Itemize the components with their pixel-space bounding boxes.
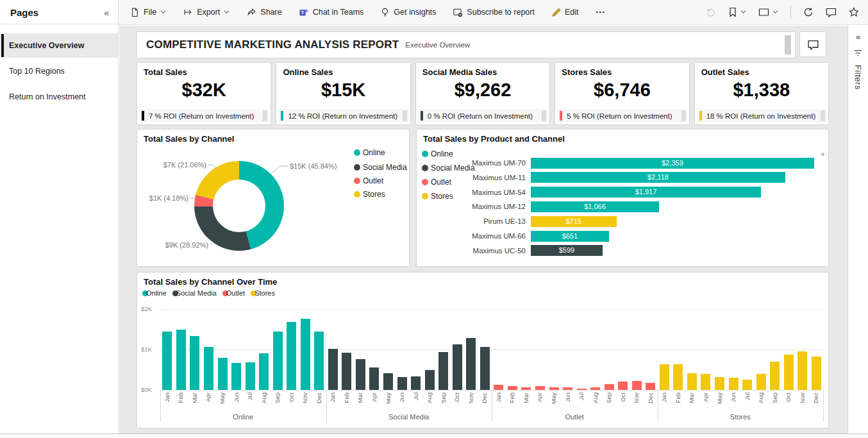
column-bar[interactable] — [687, 373, 697, 390]
column-bar[interactable] — [508, 386, 517, 390]
column-bar[interactable] — [701, 374, 710, 390]
expand-filters-icon[interactable]: « — [856, 32, 860, 42]
donut-chart[interactable] — [194, 161, 284, 251]
subscribe-button[interactable]: Subscribe to report — [453, 8, 535, 17]
sidebar-item-executive-overview[interactable]: Executive Overview — [0, 33, 118, 58]
column-bar[interactable] — [287, 322, 296, 391]
column-bar[interactable] — [411, 376, 421, 390]
column-bar[interactable] — [231, 363, 241, 390]
legend-item-online[interactable]: Online — [354, 148, 385, 157]
edit-button[interactable]: Edit — [551, 8, 579, 17]
legend-item-stores[interactable]: Stores — [422, 192, 453, 201]
kpi-scrollbar-thumb[interactable] — [403, 110, 407, 121]
more-options-button[interactable]: ⋯ — [596, 6, 606, 18]
kpi-card[interactable]: Social Media Sales $9,262 0 % ROI (Retur… — [416, 63, 549, 124]
chat-in-teams-button[interactable]: T Chat in Teams — [299, 8, 364, 17]
column-bar[interactable] — [632, 381, 642, 390]
file-menu-button[interactable]: File — [130, 7, 166, 17]
get-insights-button[interactable]: Get insights — [380, 7, 436, 17]
kpi-card[interactable]: Outlet Sales $1,338 18 % ROI (Return on … — [695, 63, 828, 124]
bookmarks-button[interactable] — [728, 7, 746, 17]
favorite-button[interactable] — [849, 7, 859, 17]
product-bar[interactable]: $2,359 — [531, 158, 814, 169]
kpi-scrollbar-thumb[interactable] — [542, 110, 546, 121]
filter-funnel-icon[interactable] — [854, 49, 862, 57]
column-bar[interactable] — [521, 387, 531, 390]
column-bar[interactable] — [563, 387, 572, 390]
collapse-pages-icon[interactable]: « — [104, 8, 109, 18]
column-bar[interactable] — [770, 362, 780, 390]
column-bar[interactable] — [342, 353, 351, 390]
column-bar[interactable] — [190, 336, 199, 390]
column-bar[interactable] — [812, 357, 821, 390]
product-bar[interactable]: $2,118 — [531, 172, 785, 183]
product-bar[interactable]: $715 — [531, 216, 617, 227]
column-bar[interactable] — [369, 367, 379, 390]
product-bar[interactable]: $599 — [531, 245, 603, 256]
column-bar[interactable] — [176, 330, 186, 391]
column-bar[interactable] — [756, 374, 766, 390]
refresh-button[interactable] — [803, 7, 814, 17]
column-bar[interactable] — [438, 352, 448, 390]
kpi-scrollbar-thumb[interactable] — [263, 110, 267, 121]
chart-scrollbar-dot[interactable] — [821, 153, 824, 156]
legend-item-outlet[interactable]: Outlet — [422, 178, 451, 187]
export-menu-button[interactable]: Export — [183, 8, 230, 17]
column-bar[interactable] — [535, 386, 545, 390]
column-bar[interactable] — [784, 355, 794, 390]
column-bar[interactable] — [618, 382, 628, 390]
column-bar[interactable] — [660, 364, 669, 390]
product-bar[interactable]: $1,917 — [531, 187, 761, 198]
legend-item-stores[interactable]: Stores — [251, 289, 275, 297]
column-bar[interactable] — [797, 351, 807, 390]
undo-button-disabled[interactable] — [706, 7, 716, 17]
column-bar[interactable] — [590, 387, 600, 390]
legend-item-outlet[interactable]: Outlet — [222, 289, 245, 297]
column-bar[interactable] — [673, 364, 683, 390]
column-bar[interactable] — [480, 347, 490, 390]
column-bar[interactable] — [646, 383, 655, 390]
visual-comment-button[interactable] — [800, 32, 826, 56]
product-bar[interactable]: $651 — [531, 231, 609, 242]
column-bar[interactable] — [328, 349, 338, 390]
legend-item-online[interactable]: Online — [142, 289, 167, 297]
share-button[interactable]: Share — [246, 8, 281, 17]
legend-item-stores[interactable]: Stores — [354, 190, 385, 199]
column-bar[interactable] — [715, 377, 724, 390]
product-bar[interactable]: $1,066 — [531, 201, 659, 212]
comments-button[interactable] — [826, 7, 837, 17]
column-bar[interactable] — [605, 384, 614, 390]
sidebar-item-top-10-regions[interactable]: Top 10 Regions — [0, 59, 118, 83]
column-bar[interactable] — [301, 319, 310, 391]
column-bar[interactable] — [356, 359, 365, 390]
kpi-card[interactable]: Total Sales $32K 7 % ROI (Return on Inve… — [137, 63, 271, 124]
column-bar[interactable] — [162, 332, 172, 390]
column-bar[interactable] — [273, 332, 283, 390]
view-button[interactable] — [758, 8, 778, 17]
column-bar[interactable] — [246, 362, 255, 390]
legend-item-social-media[interactable]: Social Media — [172, 289, 217, 297]
kpi-scrollbar-thumb[interactable] — [821, 110, 825, 121]
kpi-scrollbar-thumb[interactable] — [681, 110, 686, 121]
sidebar-item-return-on-investment[interactable]: Return on Investment — [0, 85, 118, 109]
column-bar[interactable] — [218, 358, 228, 390]
column-bar[interactable] — [204, 347, 213, 390]
legend-item-outlet[interactable]: Outlet — [354, 176, 383, 185]
filters-pane-label[interactable]: Filters — [853, 65, 863, 90]
column-bar[interactable] — [383, 373, 393, 390]
column-bar[interactable] — [259, 353, 269, 390]
column-bar[interactable] — [314, 332, 324, 390]
column-bar[interactable] — [397, 377, 407, 390]
legend-item-online[interactable]: Online — [422, 149, 453, 158]
column-bar[interactable] — [494, 385, 503, 390]
column-bar[interactable] — [425, 370, 435, 390]
column-bar[interactable] — [742, 380, 752, 390]
title-scrollbar-thumb[interactable] — [785, 35, 791, 55]
legend-item-social-media[interactable]: Social Media — [354, 163, 407, 172]
kpi-card[interactable]: Stores Sales $6,746 5 % ROI (Return on I… — [555, 63, 689, 124]
column-bar[interactable] — [577, 389, 587, 391]
column-bar[interactable] — [549, 387, 559, 390]
column-bar[interactable] — [729, 378, 739, 390]
column-bar[interactable] — [453, 344, 462, 390]
column-bar[interactable] — [466, 338, 476, 390]
